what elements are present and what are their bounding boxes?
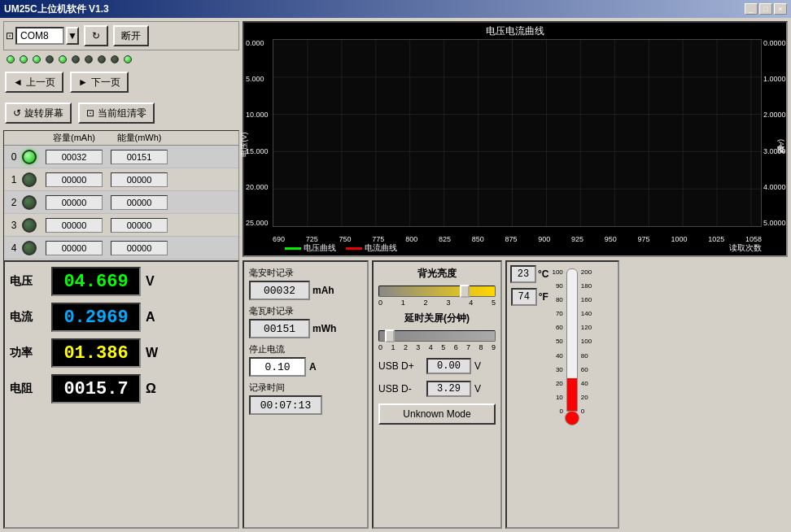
usbd-minus-input[interactable]: 3.29 xyxy=(426,381,471,397)
chart-title: 电压电流曲线 xyxy=(244,23,786,40)
measurements-panel: 电压 04.669 V 电流 0.2969 A 功率 01.386 W 电阻 0… xyxy=(3,260,239,529)
mah-unit: mAh xyxy=(312,285,334,296)
current-legend-label: 电流曲线 xyxy=(365,242,397,254)
backlight-slider-thumb[interactable] xyxy=(460,285,470,298)
refresh-button[interactable]: ↻ xyxy=(84,25,108,46)
close-button[interactable]: × xyxy=(774,3,787,15)
maximize-button[interactable]: □ xyxy=(759,3,772,15)
resistance-row: 电阻 0015.7 Ω xyxy=(10,374,233,403)
dropdown-icon[interactable]: ▼ xyxy=(66,27,79,45)
power-value: 01.386 xyxy=(51,338,141,368)
celsius-display: 23 °C xyxy=(510,265,548,283)
prev-icon: ◄ xyxy=(13,76,23,88)
celsius-scale: 100 90 80 70 60 50 40 30 20 10 0 xyxy=(552,268,562,415)
mwh-input[interactable]: 00151 xyxy=(249,319,310,338)
voltage-unit: V xyxy=(146,274,155,289)
led-2 xyxy=(33,55,41,63)
clear-button[interactable]: ⊡ 当前组清零 xyxy=(78,102,155,124)
chart-svg xyxy=(273,40,761,226)
rotate-icon: ↺ xyxy=(13,107,21,119)
rotate-button[interactable]: ↺ 旋转屏幕 xyxy=(5,102,72,124)
prev-button[interactable]: ◄ 上一页 xyxy=(5,72,63,93)
next-icon: ► xyxy=(78,76,88,88)
ene-input-2[interactable] xyxy=(111,195,168,210)
usbd-plus-label: USB D+ xyxy=(378,360,423,372)
fahrenheit-value: 74 xyxy=(511,288,537,306)
table-row: 1 xyxy=(4,168,238,191)
mwh-value-row: 00151 mWh xyxy=(249,319,362,338)
window-controls: _ □ × xyxy=(745,3,787,15)
voltage-value: 04.669 xyxy=(51,267,141,296)
thermometer-visual: 100 90 80 70 60 50 40 30 20 10 0 xyxy=(552,268,592,524)
next-button[interactable]: ► 下一页 xyxy=(70,72,129,93)
recording-panel: 毫安时记录 00032 mAh 毫瓦时记录 00151 mWh 停止电流 0.1… xyxy=(243,260,369,529)
usbd-minus-unit: V xyxy=(474,383,481,395)
backlight-panel: 背光亮度 0 1 2 3 4 5 延时关屏(分钟) xyxy=(372,260,502,529)
fahrenheit-scale: 200 180 160 140 120 100 80 60 40 20 0 xyxy=(581,268,592,415)
cap-input-3[interactable] xyxy=(46,218,103,233)
com-select: ⊡ COM8 ▼ xyxy=(6,27,79,45)
table-row: 3 xyxy=(4,214,238,237)
thermo-tube-col xyxy=(565,268,579,425)
led-1 xyxy=(20,55,28,63)
celsius-value: 23 xyxy=(510,265,536,283)
delay-slider-labels: 0 1 2 3 4 5 6 7 8 9 xyxy=(378,343,496,351)
voltage-legend: 电压曲线 xyxy=(285,242,336,254)
mah-value-row: 00032 mAh xyxy=(249,281,362,300)
app-title: UM25C上位机软件 V1.3 xyxy=(4,2,109,16)
stop-input[interactable]: 0.10 xyxy=(249,357,306,377)
resistance-value: 0015.7 xyxy=(51,374,141,403)
unknown-mode-button[interactable]: Unknown Mode xyxy=(378,403,496,425)
main-container: ⊡ COM8 ▼ ↻ 断开 xyxy=(0,18,791,532)
cap-input-2[interactable] xyxy=(46,195,103,210)
led-8 xyxy=(111,55,119,63)
chart-legend: 电压曲线 电流曲线 xyxy=(285,242,397,254)
temp-display: 23 °C 74 °F xyxy=(510,265,548,524)
ene-input-0[interactable] xyxy=(111,150,168,164)
usbd-minus-label: USB D- xyxy=(378,383,423,395)
delay-slider-track[interactable] xyxy=(378,330,496,342)
fahrenheit-display: 74 °F xyxy=(511,288,548,306)
y-left-label: 电压(V) xyxy=(239,133,250,157)
left-panel: ⊡ COM8 ▼ ↻ 断开 xyxy=(3,21,239,257)
stop-current-row: 0.10 A xyxy=(249,357,362,377)
current-unit: A xyxy=(146,310,155,325)
minimize-button[interactable]: _ xyxy=(745,3,758,15)
celsius-unit: °C xyxy=(538,268,548,280)
disconnect-button[interactable]: 断开 xyxy=(113,25,149,46)
led-3 xyxy=(46,55,54,63)
mah-input[interactable]: 00032 xyxy=(249,281,310,300)
ene-input-4[interactable] xyxy=(111,241,168,255)
cap-input-1[interactable] xyxy=(46,172,103,187)
time-input[interactable]: 00:07:13 xyxy=(249,395,322,415)
row-led-1 xyxy=(22,172,37,187)
com-port-input[interactable]: COM8 xyxy=(15,27,64,45)
delay-slider-thumb[interactable] xyxy=(385,329,395,342)
current-legend-color xyxy=(346,247,362,250)
current-row: 电流 0.2969 A xyxy=(10,303,233,332)
header-capacity: 容量(mAh) xyxy=(42,132,107,144)
backlight-slider-track[interactable] xyxy=(378,286,496,297)
led-4 xyxy=(59,55,67,63)
action-row: ↺ 旋转屏幕 ⊡ 当前组清零 xyxy=(3,99,239,127)
cap-input-0[interactable] xyxy=(46,150,103,164)
led-9 xyxy=(124,55,132,63)
voltage-row: 电压 04.669 V xyxy=(10,267,233,296)
led-6 xyxy=(85,55,93,63)
delay-slider-container: 0 1 2 3 4 5 6 7 8 9 xyxy=(378,330,496,351)
y-right-label: 电流(A) xyxy=(776,139,786,149)
power-unit: W xyxy=(146,346,158,360)
table-row: 2 xyxy=(4,191,238,214)
row-led-3 xyxy=(22,218,37,233)
fahrenheit-unit: °F xyxy=(539,291,548,303)
time-value-row: 00:07:13 xyxy=(249,395,362,415)
usbd-plus-input[interactable]: 0.00 xyxy=(426,358,471,374)
usbd-plus-row: USB D+ 0.00 V xyxy=(378,358,496,374)
current-value: 0.2969 xyxy=(51,303,141,332)
cap-input-4[interactable] xyxy=(46,241,103,255)
led-0 xyxy=(7,55,15,63)
ene-input-1[interactable] xyxy=(111,172,168,187)
usbd-minus-row: USB D- 3.29 V xyxy=(378,381,496,397)
ene-input-3[interactable] xyxy=(111,218,168,233)
voltage-legend-label: 电压曲线 xyxy=(304,242,336,254)
